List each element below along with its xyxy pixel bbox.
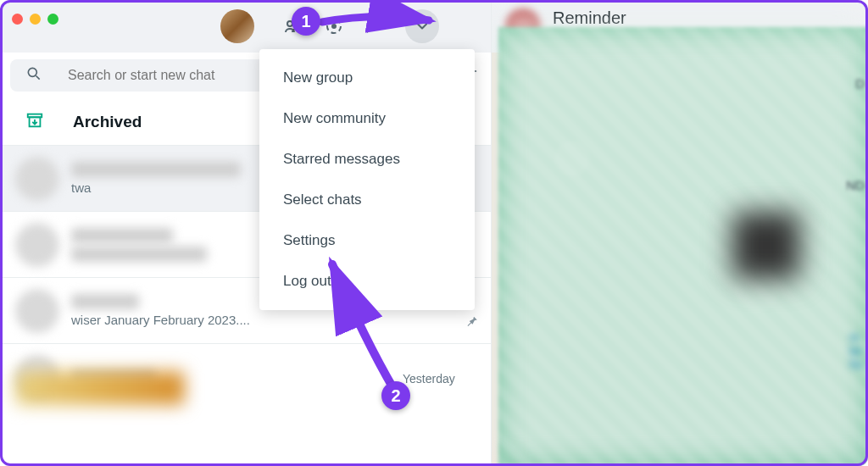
menu-item-settings[interactable]: Settings: [259, 220, 475, 261]
new-chat-icon[interactable]: [364, 16, 385, 36]
chat-snippet: wiser January February 2023....: [71, 313, 391, 327]
close-window-button[interactable]: [12, 14, 23, 25]
svg-point-4: [28, 68, 36, 76]
menu-item-select-chats[interactable]: Select chats: [259, 180, 475, 220]
status-icon[interactable]: [324, 16, 344, 36]
app-window: Archived twa wiser January February 2023: [0, 0, 868, 466]
minimize-window-button[interactable]: [30, 14, 41, 25]
left-sidebar: Archived twa wiser January February 2023: [0, 0, 492, 466]
annotation-step-1: 1: [292, 7, 320, 36]
chat-list-item[interactable]: Yesterday: [0, 344, 491, 410]
svg-point-3: [331, 24, 337, 29]
conversation-title: Reminder: [553, 8, 626, 28]
menu-item-starred[interactable]: Starred messages: [259, 139, 475, 180]
maximize-window-button[interactable]: [47, 14, 58, 25]
menu-item-new-community[interactable]: New community: [259, 98, 475, 139]
conversation-panel: Reminder D ND mkeho: [492, 0, 868, 466]
pin-icon: [464, 313, 479, 332]
search-icon: [25, 65, 42, 86]
menu-item-logout[interactable]: Log out: [259, 261, 475, 302]
chat-time: Yesterday: [403, 372, 455, 386]
main-menu-dropdown: New group New community Starred messages…: [259, 49, 475, 310]
archived-label: Archived: [73, 113, 142, 131]
archive-icon: [25, 111, 44, 133]
chat-avatar: [15, 157, 59, 201]
menu-button[interactable]: [405, 9, 439, 43]
menu-item-new-group[interactable]: New group: [259, 58, 475, 98]
status-indicator-dot: [339, 14, 346, 21]
sidebar-header: [0, 0, 491, 53]
window-controls: [12, 14, 58, 25]
annotation-step-2: 2: [381, 381, 410, 410]
chat-avatar: [15, 223, 59, 267]
profile-avatar[interactable]: [220, 9, 254, 43]
chevron-down-icon: [414, 18, 431, 35]
chat-avatar: [15, 289, 59, 333]
